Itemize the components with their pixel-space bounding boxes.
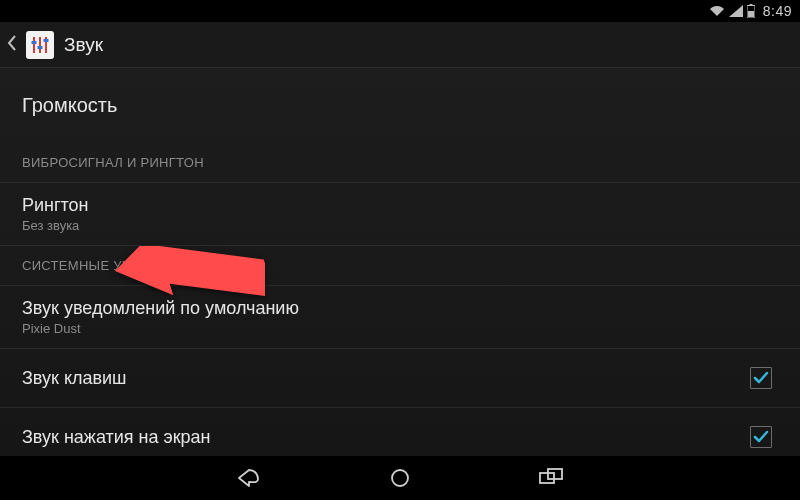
chevron-left-icon <box>6 34 18 56</box>
section-vibro-ringtone: ВИБРОСИГНАЛ И РИНГТОН <box>0 143 800 183</box>
svg-rect-6 <box>32 41 37 44</box>
section-title: ВИБРОСИГНАЛ И РИНГТОН <box>22 155 778 170</box>
back-button[interactable] <box>6 31 54 59</box>
battery-icon <box>747 4 755 18</box>
page-title: Звук <box>64 34 103 56</box>
nav-recents-button[interactable] <box>536 462 568 494</box>
svg-rect-11 <box>540 473 554 483</box>
status-time: 8:49 <box>763 3 792 19</box>
section-title: СИСТЕМНЫЕ УВЕДОМЛЕНИЯ <box>22 258 778 273</box>
svg-point-10 <box>392 470 408 486</box>
row-subtitle: Pixie Dust <box>22 321 778 336</box>
row-touch-sounds[interactable]: Звук нажатия на экран <box>0 408 800 456</box>
row-title: Громкость <box>22 94 778 117</box>
row-title: Звук уведомлений по умолчанию <box>22 298 778 319</box>
row-title: Звук нажатия на экран <box>22 427 750 448</box>
row-default-notification-sound[interactable]: Звук уведомлений по умолчанию Pixie Dust <box>0 286 800 349</box>
equalizer-icon <box>26 31 54 59</box>
nav-home-button[interactable] <box>384 462 416 494</box>
status-bar: 8:49 <box>0 0 800 22</box>
nav-back-button[interactable] <box>232 462 264 494</box>
checkbox-checked[interactable] <box>750 367 772 389</box>
row-title: Рингтон <box>22 195 778 216</box>
row-subtitle: Без звука <box>22 218 778 233</box>
section-system-notifications: СИСТЕМНЫЕ УВЕДОМЛЕНИЯ <box>0 246 800 286</box>
checkbox-checked[interactable] <box>750 426 772 448</box>
svg-rect-12 <box>548 469 562 479</box>
signal-icon <box>729 5 743 17</box>
navigation-bar <box>0 456 800 500</box>
row-ringtone[interactable]: Рингтон Без звука <box>0 183 800 246</box>
action-bar: Звук <box>0 22 800 68</box>
svg-rect-7 <box>38 46 43 49</box>
wifi-icon <box>709 5 725 17</box>
row-title: Звук клавиш <box>22 368 750 389</box>
row-dial-pad-tones[interactable]: Звук клавиш <box>0 349 800 408</box>
svg-rect-8 <box>44 39 49 42</box>
svg-rect-2 <box>748 11 754 17</box>
svg-rect-1 <box>749 4 752 6</box>
settings-list: Громкость ВИБРОСИГНАЛ И РИНГТОН Рингтон … <box>0 68 800 456</box>
row-volume[interactable]: Громкость <box>0 68 800 143</box>
